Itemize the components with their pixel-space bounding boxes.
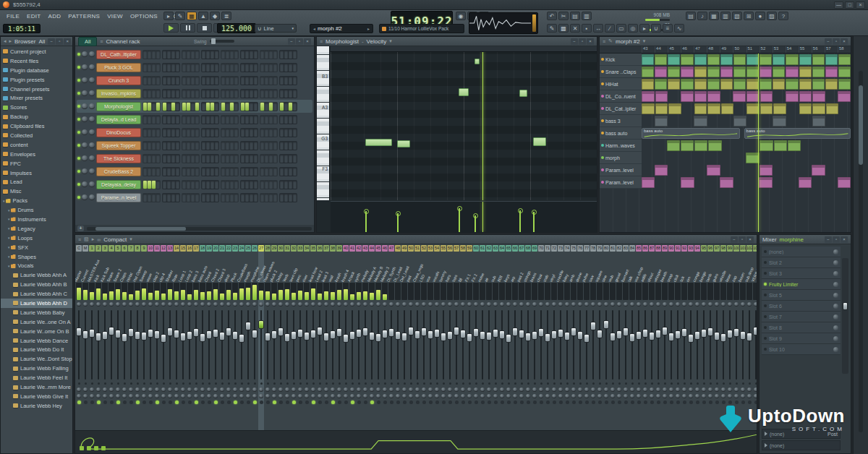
pattern-clip[interactable] [733,79,746,90]
step-cell[interactable] [195,116,199,124]
strip-stereo-knob[interactable] [539,394,543,398]
step-cell[interactable] [260,168,264,176]
step-cell[interactable] [245,155,249,163]
pattern-clip[interactable] [681,54,693,65]
step-cell[interactable] [293,142,297,150]
strip-volume-fader[interactable] [401,309,407,381]
slice-tool-icon[interactable]: ∕ [605,24,615,33]
strip-stereo-knob[interactable] [239,394,244,398]
empty-cell[interactable] [799,165,812,176]
velocity-stem[interactable] [459,208,460,232]
vertical-scrollbar[interactable] [859,71,863,432]
step-cell[interactable] [143,64,147,72]
strip-mute-led[interactable] [650,401,654,404]
strip-send-knob[interactable] [370,387,374,392]
pattern-prev-icon[interactable]: ◂ [313,26,315,31]
step-cell[interactable] [234,194,238,202]
step-cell[interactable] [202,155,205,163]
step-cell[interactable] [254,181,258,189]
step-cell[interactable] [148,64,151,72]
channel-volume-knob[interactable] [89,116,95,122]
strip-mute-led[interactable] [286,401,289,404]
browser-filter[interactable]: All [38,38,45,45]
strip-number[interactable]: 52 [421,245,427,252]
strip-volume-fader[interactable] [135,309,140,381]
velocity-lane[interactable] [331,201,597,232]
mixer-strip[interactable]: 11 clap 2 [154,245,160,453]
step-cell[interactable] [152,90,156,98]
mixer-strip[interactable]: 51 Chea_regs [414,245,420,453]
strip-number[interactable]: 74 [564,245,570,252]
strip-mute-led[interactable] [572,401,576,404]
strip-mute-led[interactable] [637,401,641,404]
empty-cell[interactable] [681,116,694,127]
strip-volume-fader[interactable] [323,309,329,381]
strip-send-knob[interactable] [161,387,166,392]
step-cell[interactable] [245,51,249,59]
step-cell[interactable] [221,51,225,59]
strip-number[interactable]: 49 [401,245,407,252]
strip-number[interactable]: 93 [688,245,694,252]
mixer-strip[interactable]: 10 wave [148,245,153,453]
strip-send-knob[interactable] [265,387,270,392]
strip-number[interactable]: 36 [317,245,323,252]
channel-name-button[interactable]: Delayla..d Lead [96,115,141,124]
strip-volume-fader[interactable] [564,309,570,381]
strip-number[interactable]: 10 [148,245,153,252]
pattern-clip[interactable] [788,140,801,151]
pattern-clip[interactable] [786,67,798,77]
step-cell[interactable] [293,77,297,85]
strip-stereo-knob[interactable] [552,394,556,398]
browser-item[interactable]: Laurie Webb Ahh D [1,299,72,308]
browser-item[interactable]: Current project [1,47,72,56]
strip-stereo-knob[interactable] [148,394,153,398]
strip-pan-knob[interactable] [578,302,582,307]
automation-point[interactable] [87,446,91,450]
channel-pan-knob[interactable] [82,103,88,109]
strip-number[interactable]: C [76,245,82,252]
select-tool-icon[interactable]: ▭ [616,24,626,33]
empty-cell[interactable] [787,103,799,114]
strip-stereo-knob[interactable] [708,394,712,398]
undo-icon[interactable]: ↶ [547,12,557,20]
step-cell[interactable] [260,51,264,59]
snap-selector[interactable]: ∪ Line ▾ [255,24,297,33]
step-cell[interactable] [254,77,258,85]
strip-pan-knob[interactable] [318,302,322,307]
browser-item[interactable]: Laurie Webb Hey [1,401,72,411]
strip-volume-fader[interactable] [258,309,264,381]
strip-stereo-knob[interactable] [168,394,172,398]
strip-volume-fader[interactable] [460,309,466,381]
track-mute-led[interactable] [601,82,604,85]
strip-send-knob[interactable] [441,387,446,392]
strip-mute-led[interactable] [533,401,537,404]
track-lane[interactable] [642,164,851,176]
browser-item[interactable]: ▾ Vocals [1,261,72,270]
browser-item[interactable]: Laurie We..one On A [1,317,72,327]
strip-mute-led[interactable] [357,401,361,404]
piano-roll-mode[interactable]: Velocity [367,38,387,45]
strip-stereo-knob[interactable] [396,394,400,398]
step-cell[interactable] [241,129,244,137]
strip-number[interactable]: 20 [213,245,218,252]
strip-send-knob[interactable] [663,387,667,392]
step-cell[interactable] [195,51,199,59]
strip-pan-knob[interactable] [506,302,511,307]
step-cell[interactable] [210,129,214,137]
strip-pan-knob[interactable] [187,302,192,307]
step-cell[interactable] [273,90,277,98]
automation-point[interactable] [101,446,106,450]
strip-mute-led[interactable] [273,401,276,404]
strip-number[interactable]: 64 [499,245,505,252]
mixer-strip[interactable]: 76 drone [577,245,583,453]
strip-stereo-knob[interactable] [610,394,615,398]
strip-send-knob[interactable] [513,387,517,392]
channel-pan-knob[interactable] [82,90,88,96]
strip-pan-knob[interactable] [474,302,478,307]
mixer-strip[interactable]: 91 click [675,245,681,453]
strip-send-knob[interactable] [428,387,433,392]
strip-mute-led[interactable] [409,401,413,404]
strip-number[interactable]: 35 [310,245,316,252]
ruler-bar[interactable]: 45 [668,46,681,53]
step-cell[interactable] [152,129,156,137]
